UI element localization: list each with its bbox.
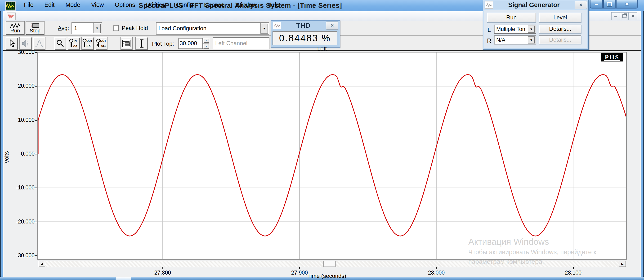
left-signal-dropdown-icon[interactable]: ▼ [528, 25, 535, 33]
bottom-scrollbar-thumb[interactable] [116, 277, 131, 280]
menu-item-utilities[interactable]: Utilities [141, 1, 171, 8]
close-button[interactable]: × [616, 0, 638, 8]
left-channel-label: L [488, 26, 491, 33]
thd-close-button[interactable]: × [326, 21, 338, 29]
stop-icon [30, 23, 40, 28]
avg-combobox[interactable]: 1 ▼ [72, 22, 102, 34]
thd-title-bar[interactable]: THD × [271, 20, 340, 30]
x-axis-tick-label: 27.800 [146, 270, 179, 276]
mdi-close-icon: × [632, 13, 635, 19]
menu-item-view[interactable]: View [86, 1, 110, 8]
load-configuration-dropdown-icon[interactable]: ▼ [260, 23, 268, 33]
minimize-button[interactable]: – [590, 0, 603, 8]
audio-monitor-button[interactable] [20, 37, 32, 50]
load-configuration-combobox[interactable]: Load Configuration ▼ [156, 22, 269, 34]
scroll-left-icon: ◀ [40, 262, 43, 266]
thd-window: THD × 0.84483 % [270, 20, 340, 47]
y-axis-tick-label: -20.000 [7, 219, 34, 225]
plot-channel-title: Left [294, 45, 350, 52]
phs-logo-text: PHS [604, 54, 620, 61]
zoom-in-2x-button[interactable]: IN2X [68, 37, 80, 50]
peak-hold-checkbox[interactable] [113, 25, 118, 31]
x-axis-tick-label: 28.000 [420, 270, 453, 276]
scroll-right-icon: ▶ [621, 262, 624, 266]
minimize-icon: – [595, 0, 598, 8]
x-axis-tick-label: 27.900 [283, 270, 316, 276]
left-signal-combobox[interactable]: Multiple Ton ▼ [494, 24, 536, 33]
y-axis-tick-label: 20.000 [7, 83, 34, 89]
stop-button[interactable]: Stop [26, 21, 44, 35]
y-axis-tick-label: 10.000 [7, 117, 34, 123]
run-button-label: Run [10, 28, 20, 33]
signal-generator-run-button[interactable]: Run [487, 13, 536, 22]
menu-item-edit[interactable]: Edit [39, 1, 60, 8]
mdi-restore-icon [622, 14, 626, 18]
y-axis-tick-mark [35, 256, 38, 256]
channel-field: Left Channel [212, 37, 270, 49]
y-axis-tick-mark [35, 52, 38, 53]
spectraplus-main-window: SpectraPLUS - FFT Spectral Analysis Syst… [0, 0, 644, 280]
right-signal-dropdown-icon[interactable]: ▼ [528, 36, 535, 43]
plot-top-spinner[interactable]: ▲ ▼ [203, 38, 209, 49]
vertical-scale-button[interactable] [136, 37, 148, 50]
run-button[interactable]: Run [6, 21, 24, 35]
peak-curve-icon [35, 39, 44, 47]
right-signal-combobox[interactable]: N/A ▼ [494, 35, 536, 44]
menu-items: FileEditModeViewOptionsUtilitiesConfigLi… [18, 0, 285, 9]
plot-top-input[interactable]: 30.000 [178, 38, 203, 49]
signal-generator-title: Signal Generator [493, 1, 575, 9]
time-series-window-icon[interactable] [7, 12, 16, 20]
waveform-trace [38, 75, 626, 236]
y-axis-tick-mark [35, 120, 38, 121]
menu-item-license[interactable]: License [199, 1, 230, 8]
y-axis-tick-label: -10.000 [7, 184, 34, 191]
mdi-minimize-button[interactable]: – [611, 12, 620, 20]
peak-hold-label: Peak Hold [122, 22, 148, 34]
menu-item-help[interactable]: Help [262, 1, 285, 8]
y-axis-tick-label: 0.000 [7, 151, 34, 157]
thd-window-icon [273, 22, 281, 29]
menu-item-window[interactable]: Window [230, 1, 262, 8]
zoom-in-2x-icon: IN2X [69, 38, 79, 48]
mdi-close-button[interactable]: × [629, 12, 637, 20]
thd-window-title: THD [281, 22, 326, 29]
phs-logo: PHS [601, 53, 623, 61]
menu-item-file[interactable]: File [18, 1, 39, 8]
restore-button[interactable] [603, 0, 616, 8]
signal-generator-close-button[interactable]: × [575, 1, 587, 9]
peak-curve-button[interactable] [33, 37, 46, 50]
menu-item-mode[interactable]: Mode [60, 1, 86, 8]
signal-generator-window: Signal Generator × Run Level L Multiple … [483, 0, 588, 50]
signal-generator-window-icon [485, 1, 493, 9]
right-details-button[interactable]: Details... [539, 35, 581, 44]
time-scrollbar-thumb[interactable] [324, 261, 336, 267]
spin-up-icon[interactable]: ▲ [203, 38, 209, 43]
left-details-button[interactable]: Details... [539, 24, 581, 33]
run-waveform-icon [10, 23, 20, 28]
cursor-arrow-icon [8, 39, 16, 48]
select-cursor-button[interactable] [6, 37, 18, 50]
scroll-left-button[interactable]: ◀ [38, 261, 45, 267]
avg-dropdown-icon[interactable]: ▼ [93, 23, 101, 33]
menu-item-config[interactable]: Config [170, 1, 198, 8]
left-details-label: Details... [549, 25, 571, 32]
menu-item-options[interactable]: Options [110, 1, 141, 8]
signal-generator-level-button[interactable]: Level [539, 13, 581, 22]
right-details-label: Details... [549, 36, 571, 43]
zoom-out-full-button[interactable]: OUTFULL [95, 37, 108, 50]
signal-generator-body: Run Level L Multiple Ton ▼ Details... R … [484, 10, 587, 48]
svg-text:IN: IN [74, 39, 77, 42]
time-series-chart[interactable] [38, 52, 626, 259]
signal-generator-title-bar[interactable]: Signal Generator × [483, 0, 588, 10]
display-options-button[interactable] [120, 37, 132, 50]
gridlines [38, 52, 626, 259]
scroll-right-button[interactable]: ▶ [619, 261, 626, 267]
svg-text:2X: 2X [86, 44, 91, 48]
window-right-border [641, 11, 644, 277]
spin-down-icon[interactable]: ▼ [203, 43, 209, 49]
plot-top-value: 30.000 [178, 38, 202, 48]
zoom-tool-button[interactable] [54, 37, 66, 50]
zoom-out-2x-button[interactable]: OUT2X [82, 37, 94, 50]
load-configuration-value: Load Configuration [156, 22, 269, 34]
mdi-restore-button[interactable] [620, 12, 628, 20]
